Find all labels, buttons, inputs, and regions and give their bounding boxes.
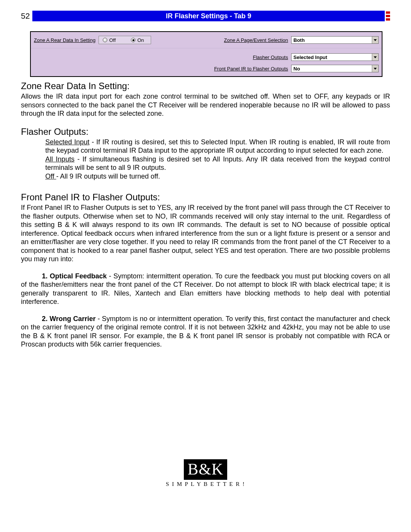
problem-1-lead: 1. Optical Feedback — [42, 272, 107, 280]
header-title: IR Flasher Settings - Tab 9 — [32, 11, 385, 21]
chevron-down-icon — [372, 54, 378, 61]
section-heading-flasher-outputs: Flasher Outputs: — [21, 126, 390, 137]
problem-2-lead: 2. Wrong Carrier — [42, 315, 96, 323]
red-accent-bars — [385, 11, 390, 21]
chevron-down-icon — [372, 65, 378, 72]
opt-all-inputs-body: - If simultaneous flashing is desired se… — [45, 155, 390, 172]
zone-rear-radio-group[interactable]: Off On — [99, 36, 151, 44]
page-event-selection-value: Both — [293, 37, 305, 43]
radio-off-label: Off — [109, 37, 116, 43]
bk-logo: B&K — [184, 459, 227, 480]
chevron-down-icon — [372, 37, 378, 43]
bk-tagline: S I M P L Y B E T T E R ! — [21, 481, 390, 487]
page-event-selection-label: Zone A Page/Event Selection — [154, 37, 288, 43]
radio-on[interactable]: On — [131, 37, 144, 43]
radio-off-icon — [103, 38, 107, 42]
opt-off-body: - All 9 IR outputs will be turned off. — [56, 173, 160, 180]
opt-selected-input-label: Selected Input — [45, 138, 89, 146]
flasher-outputs-label: Flasher Outputs — [34, 54, 288, 60]
section-body-front-panel-ir: If Front Panel IR to Flasher Outputs is … — [21, 203, 390, 264]
problem-2: 2. Wrong Carrier - Symptom is no or inte… — [21, 315, 390, 349]
flasher-outputs-dropdown[interactable]: Selected Input — [291, 53, 379, 61]
radio-off[interactable]: Off — [103, 37, 116, 43]
section-heading-zone-rear: Zone Rear Data In Setting: — [21, 81, 390, 91]
page-header: 52 IR Flasher Settings - Tab 9 — [21, 11, 390, 21]
zone-rear-data-in-label: Zone A Rear Data In Setting — [34, 37, 96, 43]
page-event-selection-dropdown[interactable]: Both — [291, 36, 379, 44]
opt-selected-input-body: - If IR routing is desired, set this to … — [45, 138, 390, 155]
radio-on-icon — [131, 38, 135, 42]
front-panel-ir-value: No — [293, 66, 300, 72]
front-panel-ir-label: Front Panel IR to Flasher Outputs — [34, 66, 288, 72]
problem-1: 1. Optical Feedback - Symptom: intermitt… — [21, 272, 390, 306]
section-body-zone-rear: Allows the IR data input port for each z… — [21, 92, 390, 118]
radio-on-label: On — [137, 37, 144, 43]
settings-panel: Zone A Rear Data In Setting Off On Zone … — [30, 31, 382, 77]
opt-off-label: Off — [45, 173, 56, 180]
front-panel-ir-dropdown[interactable]: No — [291, 65, 379, 72]
section-heading-front-panel-ir: Front Panel IR to Flasher Outputs: — [21, 192, 390, 203]
flasher-outputs-value: Selected Input — [293, 54, 327, 60]
footer: B&K S I M P L Y B E T T E R ! — [21, 459, 390, 487]
opt-all-inputs-label: All Inputs — [45, 155, 75, 163]
flasher-outputs-options: Selected Input - If IR routing is desire… — [45, 138, 390, 181]
page-number: 52 — [21, 11, 32, 21]
